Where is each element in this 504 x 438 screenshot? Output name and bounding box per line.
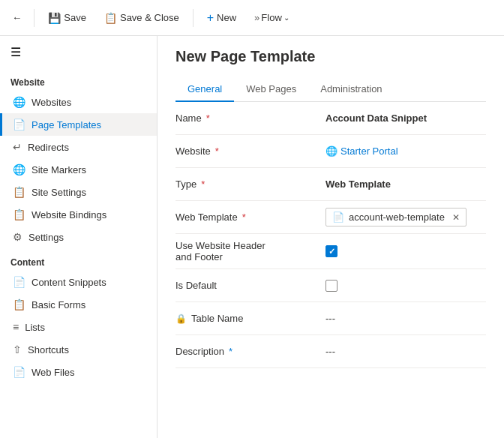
sidebar-item-label: Web Files	[32, 367, 75, 378]
sidebar-item-web-files[interactable]: 📄 Web Files	[0, 361, 157, 383]
sidebar-item-website-bindings[interactable]: 📋 Website Bindings	[0, 203, 157, 226]
site-settings-icon: 📋	[13, 186, 26, 198]
flow-button[interactable]: » Flow ⌄	[247, 8, 297, 27]
website-bindings-icon: 📋	[13, 208, 26, 220]
toolbar: ← 💾 Save 📋 Save & Close + New » Flow ⌄	[0, 0, 504, 36]
sidebar-item-content-snippets[interactable]: 📄 Content Snippets	[0, 271, 157, 293]
new-label: New	[217, 12, 236, 23]
required-indicator: *	[201, 178, 205, 190]
chip-close-button[interactable]: ✕	[452, 212, 460, 223]
redirect-icon: ↵	[13, 141, 22, 153]
sidebar-item-label: Site Markers	[32, 164, 86, 176]
sidebar-item-label: Website Bindings	[32, 209, 106, 220]
sidebar-item-redirects[interactable]: ↵ Redirects	[0, 136, 157, 158]
sidebar-item-basic-forms[interactable]: 📋 Basic Forms	[0, 293, 157, 316]
lock-icon: 🔒	[176, 314, 187, 324]
required-indicator: *	[215, 146, 219, 157]
form-row-type: Type * Web Template	[176, 168, 486, 201]
form-row-website: Website * 🌐 Starter Portal	[176, 135, 486, 168]
name-value: Account Data Snippet	[326, 112, 486, 124]
use-header-footer-checkbox[interactable]: ✓	[326, 245, 338, 257]
sidebar-item-label: Lists	[25, 322, 45, 333]
document-icon: 📄	[332, 212, 344, 223]
use-header-footer-label: Use Website Headerand Footer	[176, 240, 326, 262]
name-label: Name *	[176, 112, 326, 124]
tab-general[interactable]: General	[176, 77, 234, 102]
sidebar-item-label: Content Snippets	[32, 277, 106, 288]
hamburger-icon: ☰	[10, 45, 21, 59]
sidebar-item-site-markers[interactable]: 🌐 Site Markers	[0, 158, 157, 181]
is-default-value	[326, 280, 486, 292]
save-label: Save	[64, 12, 86, 23]
form-row-is-default: Is Default	[176, 269, 486, 302]
tab-administration[interactable]: Administration	[308, 77, 394, 102]
form-row-name: Name * Account Data Snippet	[176, 102, 486, 135]
web-files-icon: 📄	[13, 366, 26, 378]
save-close-label: Save & Close	[120, 12, 179, 23]
website-link[interactable]: 🌐 Starter Portal	[326, 146, 398, 157]
new-plus-icon: +	[207, 11, 214, 25]
save-close-icon: 📋	[104, 12, 117, 24]
lists-icon: ≡	[13, 321, 19, 333]
tab-web-pages[interactable]: Web Pages	[234, 77, 308, 102]
website-value: 🌐 Starter Portal	[326, 146, 486, 157]
sidebar-item-label: Shortcuts	[28, 344, 69, 356]
required-indicator: *	[206, 112, 210, 124]
form-row-description: Description * ---	[176, 335, 486, 368]
toolbar-divider	[34, 9, 34, 27]
page-title: New Page Template	[176, 48, 486, 65]
shortcuts-icon: ⇧	[13, 344, 22, 356]
required-indicator: *	[242, 212, 246, 223]
sidebar-item-lists[interactable]: ≡ Lists	[0, 316, 157, 338]
globe-icon: 🌐	[13, 96, 26, 108]
back-button[interactable]: ←	[6, 8, 28, 27]
description-value: ---	[326, 346, 486, 357]
sidebar-item-label: Redirects	[28, 142, 69, 153]
basic-forms-icon: 📋	[13, 298, 26, 310]
form-row-use-header-footer: Use Website Headerand Footer ✓	[176, 234, 486, 269]
type-value: Web Template	[326, 178, 486, 190]
save-button[interactable]: 💾 Save	[40, 8, 94, 28]
website-label: Website *	[176, 146, 326, 157]
content-area: New Page Template General Web Pages Admi…	[158, 36, 504, 438]
toolbar-divider-2	[193, 9, 194, 27]
form-row-table-name: 🔒 Table Name ---	[176, 302, 486, 335]
hamburger-button[interactable]: ☰	[0, 36, 157, 68]
table-name-label: 🔒 Table Name	[176, 313, 326, 324]
sidebar-item-websites[interactable]: 🌐 Websites	[0, 91, 157, 113]
sidebar-item-shortcuts[interactable]: ⇧ Shortcuts	[0, 338, 157, 361]
sidebar: ☰ Website 🌐 Websites 📄 Page Templates ↵ …	[0, 36, 158, 438]
table-name-value: ---	[326, 313, 486, 324]
page-template-icon: 📄	[13, 118, 26, 130]
form-table: Name * Account Data Snippet Website * 🌐 …	[176, 102, 486, 368]
form-row-web-template: Web Template * 📄 account-web-template ✕	[176, 201, 486, 234]
new-button[interactable]: + New	[200, 8, 244, 28]
web-template-label: Web Template *	[176, 212, 326, 223]
main-layout: ☰ Website 🌐 Websites 📄 Page Templates ↵ …	[0, 36, 504, 438]
flow-label: Flow	[261, 12, 281, 23]
sidebar-item-page-templates[interactable]: 📄 Page Templates	[0, 113, 157, 136]
content-section-label: Content	[0, 248, 157, 271]
save-close-button[interactable]: 📋 Save & Close	[97, 8, 187, 28]
settings-icon: ⚙	[13, 231, 22, 243]
is-default-checkbox[interactable]	[326, 280, 338, 292]
required-indicator: *	[229, 346, 232, 357]
use-header-footer-value: ✓	[326, 245, 486, 257]
sidebar-item-label: Websites	[32, 97, 71, 108]
sidebar-item-label: Site Settings	[32, 187, 86, 198]
sidebar-item-label: Page Templates	[32, 119, 101, 130]
type-label: Type *	[176, 178, 326, 190]
site-markers-icon: 🌐	[13, 164, 26, 176]
sidebar-item-site-settings[interactable]: 📋 Site Settings	[0, 181, 157, 203]
web-template-chip: 📄 account-web-template ✕	[326, 208, 466, 226]
content-snippets-icon: 📄	[13, 276, 26, 288]
sidebar-item-label: Basic Forms	[32, 299, 86, 310]
flow-chevron-icon: ⌄	[284, 14, 290, 22]
back-icon: ←	[12, 12, 22, 23]
globe-icon: 🌐	[326, 146, 338, 157]
chip-label: account-web-template	[349, 212, 445, 223]
flow-icon: »	[254, 12, 260, 23]
tabs: General Web Pages Administration	[176, 77, 486, 102]
checkmark-icon: ✓	[328, 248, 335, 256]
sidebar-item-settings[interactable]: ⚙ Settings	[0, 226, 157, 248]
